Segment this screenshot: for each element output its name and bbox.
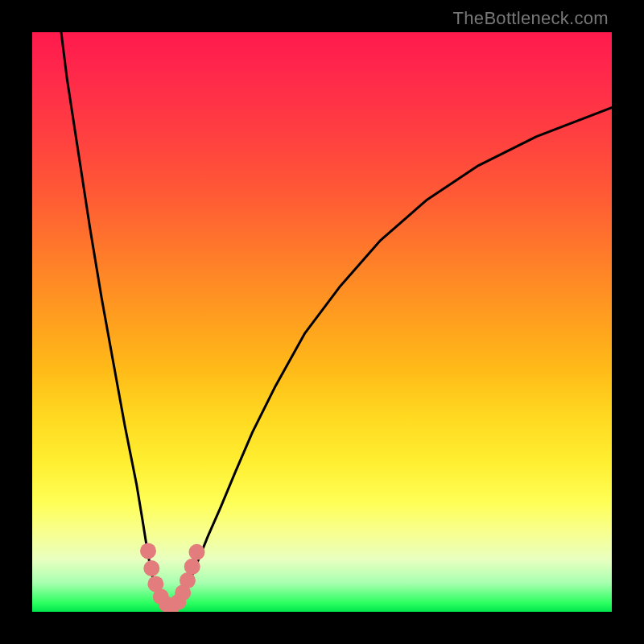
chart-svg [32, 32, 612, 612]
curve-right-arm [174, 108, 612, 607]
chart-plot-area [32, 32, 612, 612]
marker-points [140, 543, 204, 612]
marker-left-cluster [140, 543, 156, 559]
bottleneck-curve [61, 32, 612, 609]
marker-right-cluster [188, 544, 204, 560]
marker-right-cluster [180, 572, 196, 588]
outer-frame: TheBottleneck.com [0, 0, 644, 644]
curve-left-arm [61, 32, 168, 607]
marker-left-cluster [143, 560, 159, 576]
marker-right-cluster [184, 559, 200, 575]
watermark-text: TheBottleneck.com [453, 8, 609, 29]
